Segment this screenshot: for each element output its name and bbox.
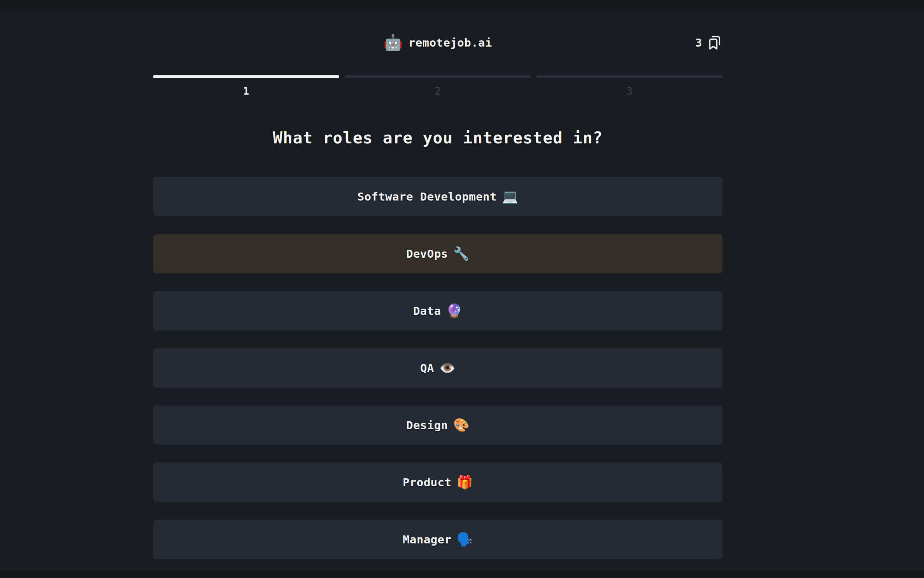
brand-name: remotejob.ai bbox=[409, 36, 492, 49]
progress-step-2-label: 2 bbox=[435, 85, 441, 97]
progress-step-2: 2 bbox=[345, 75, 531, 97]
option-data[interactable]: Data 🔮 bbox=[153, 291, 722, 331]
option-label: Data bbox=[413, 304, 441, 317]
progress-step-1-label: 1 bbox=[243, 85, 249, 97]
option-product[interactable]: Product 🎁 bbox=[153, 463, 722, 502]
crystal-ball-icon: 🔮 bbox=[446, 304, 462, 317]
option-label: Product bbox=[403, 476, 451, 489]
bookmarks-button[interactable]: 3 bbox=[695, 34, 722, 50]
bookmarks-count: 3 bbox=[695, 36, 702, 49]
progress-step-1: 1 bbox=[153, 75, 339, 97]
robot-logo-icon: 🤖 bbox=[384, 35, 402, 50]
window-top-edge bbox=[0, 0, 924, 10]
option-label: QA bbox=[420, 361, 434, 375]
option-manager[interactable]: Manager 🗣️ bbox=[153, 520, 722, 559]
gift-icon: 🎁 bbox=[456, 476, 473, 489]
option-devops[interactable]: DevOps 🔧 bbox=[153, 234, 722, 273]
step-progress: 1 2 3 bbox=[153, 75, 722, 97]
eye-icon: 👁️ bbox=[439, 361, 455, 375]
option-qa[interactable]: QA 👁️ bbox=[153, 348, 722, 388]
brand: 🤖 remotejob.ai bbox=[384, 35, 492, 50]
option-label: DevOps bbox=[406, 247, 448, 260]
progress-bar-3 bbox=[537, 75, 722, 78]
progress-step-3-label: 3 bbox=[626, 85, 633, 97]
laptop-icon: 💻 bbox=[502, 190, 518, 203]
wrench-icon: 🔧 bbox=[453, 247, 469, 260]
speaking-head-icon: 🗣️ bbox=[456, 533, 473, 546]
progress-step-3: 3 bbox=[537, 75, 722, 97]
progress-bar-1 bbox=[153, 75, 339, 78]
option-design[interactable]: Design 🎨 bbox=[153, 406, 722, 445]
progress-bar-2 bbox=[345, 75, 531, 78]
option-label: Manager bbox=[403, 533, 451, 546]
app-header: 🤖 remotejob.ai 3 bbox=[153, 32, 722, 53]
option-label: Design bbox=[406, 419, 448, 432]
option-label: Software Development bbox=[357, 190, 497, 203]
question-title: What roles are you interested in? bbox=[153, 128, 722, 147]
bookmarks-icon bbox=[706, 34, 722, 50]
window-bottom-edge bbox=[0, 571, 924, 578]
option-software-development[interactable]: Software Development 💻 bbox=[153, 177, 722, 216]
quiz-page: 🤖 remotejob.ai 3 1 2 3 What roles ar bbox=[153, 0, 722, 577]
role-options-list: Software Development 💻 DevOps 🔧 Data 🔮 Q… bbox=[153, 177, 722, 577]
palette-icon: 🎨 bbox=[453, 419, 469, 432]
